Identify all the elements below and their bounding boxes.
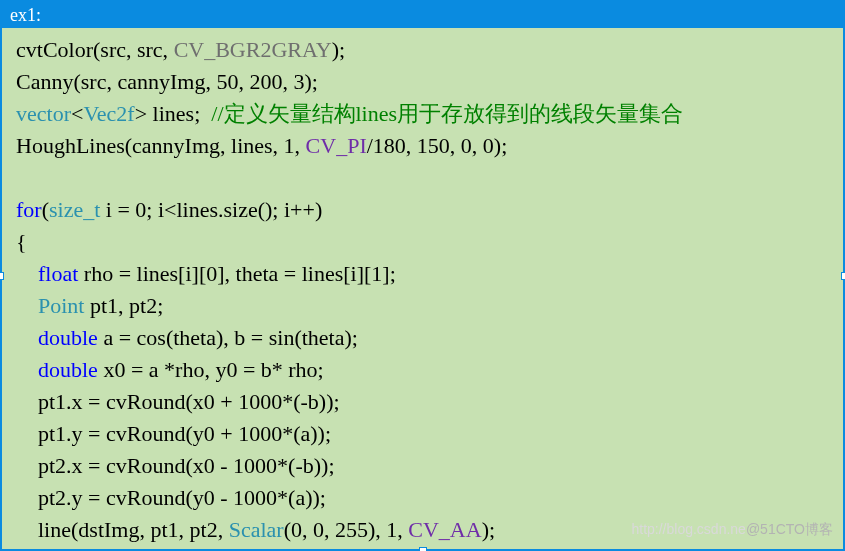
resize-handle-left[interactable] xyxy=(0,272,4,280)
window-title: ex1: xyxy=(10,5,41,26)
code-content: cvtColor(src, src, CV_BGR2GRAY); Canny(s… xyxy=(2,28,843,549)
code-line-7: { xyxy=(16,229,27,254)
code-line-14: pt2.x = cvRound(x0 - 1000*(-b)); xyxy=(16,453,335,478)
resize-handle-bottom[interactable] xyxy=(419,547,427,551)
watermark: http://blog.csdn.ne@51CTO博客 xyxy=(631,513,833,545)
code-line-8: float rho = lines[i][0], theta = lines[i… xyxy=(16,261,396,286)
code-line-4: HoughLines(cannyImg, lines, 1, CV_PI/180… xyxy=(16,133,507,158)
code-line-10: double a = cos(theta), b = sin(theta); xyxy=(16,325,358,350)
titlebar: ex1: xyxy=(2,2,843,28)
code-line-13: pt1.y = cvRound(y0 + 1000*(a)); xyxy=(16,421,331,446)
code-line-1: cvtColor(src, src, CV_BGR2GRAY); xyxy=(16,37,345,62)
code-line-15: pt2.y = cvRound(y0 - 1000*(a)); xyxy=(16,485,326,510)
code-window: ex1: cvtColor(src, src, CV_BGR2GRAY); Ca… xyxy=(0,0,845,551)
code-line-16: line(dstImg, pt1, pt2, Scalar(0, 0, 255)… xyxy=(16,517,495,542)
code-line-12: pt1.x = cvRound(x0 + 1000*(-b)); xyxy=(16,389,340,414)
code-line-9: Point pt1, pt2; xyxy=(16,293,163,318)
code-line-6: for(size_t i = 0; i<lines.size(); i++) xyxy=(16,197,322,222)
code-line-3: vector<Vec2f> lines; //定义矢量结构lines用于存放得到… xyxy=(16,101,683,126)
resize-handle-right[interactable] xyxy=(841,272,845,280)
code-line-2: Canny(src, cannyImg, 50, 200, 3); xyxy=(16,69,318,94)
code-line-11: double x0 = a *rho, y0 = b* rho; xyxy=(16,357,324,382)
